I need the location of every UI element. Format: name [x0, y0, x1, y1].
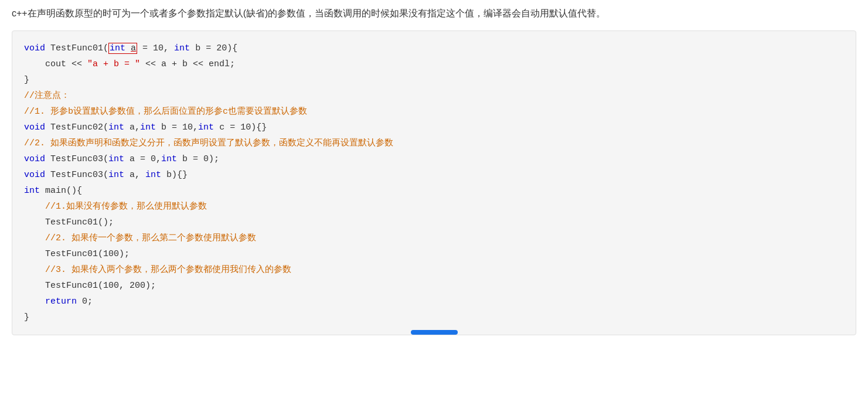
- scrollbar[interactable]: [411, 330, 458, 335]
- page-container: c++在声明函数原型的时可为一个或者多个参数指定默认(缺省)的参数值，当函数调用…: [0, 0, 868, 405]
- description-text: c++在声明函数原型的时可为一个或者多个参数指定默认(缺省)的参数值，当函数调用…: [12, 6, 856, 21]
- code-line-13: //2. 如果传一个参数，那么第二个参数使用默认参数: [24, 230, 844, 246]
- code-line-10: int main(){: [24, 183, 844, 199]
- code-line-1: void TestFunc01(int a = 10, int b = 20){: [24, 40, 844, 56]
- code-line-14: TestFunc01(100);: [24, 246, 844, 262]
- code-line-5: //1. 形参b设置默认参数值，那么后面位置的形参c也需要设置默认参数: [24, 104, 844, 120]
- code-line-18: }: [24, 309, 844, 325]
- code-line-12: TestFunc01();: [24, 215, 844, 230]
- code-line-2: cout << "a + b = " << a + b << endl;: [24, 56, 844, 72]
- code-line-11: //1.如果没有传参数，那么使用默认参数: [24, 199, 844, 215]
- code-line-16: TestFunc01(100, 200);: [24, 278, 844, 294]
- code-line-7: //2. 如果函数声明和函数定义分开，函数声明设置了默认参数，函数定义不能再设置…: [24, 135, 844, 151]
- code-line-8: void TestFunc03(int a = 0,int b = 0);: [24, 151, 844, 167]
- code-line-15: //3. 如果传入两个参数，那么两个参数都使用我们传入的参数: [24, 262, 844, 278]
- code-line-3: }: [24, 72, 844, 88]
- code-wrapper: void TestFunc01(int a = 10, int b = 20){…: [12, 30, 856, 342]
- code-line-4: //注意点：: [24, 88, 844, 104]
- code-line-9: void TestFunc03(int a, int b){}: [24, 167, 844, 183]
- code-line-17: return 0;: [24, 294, 844, 309]
- code-block: void TestFunc01(int a = 10, int b = 20){…: [12, 30, 856, 335]
- code-line-6: void TestFunc02(int a,int b = 10,int c =…: [24, 120, 844, 135]
